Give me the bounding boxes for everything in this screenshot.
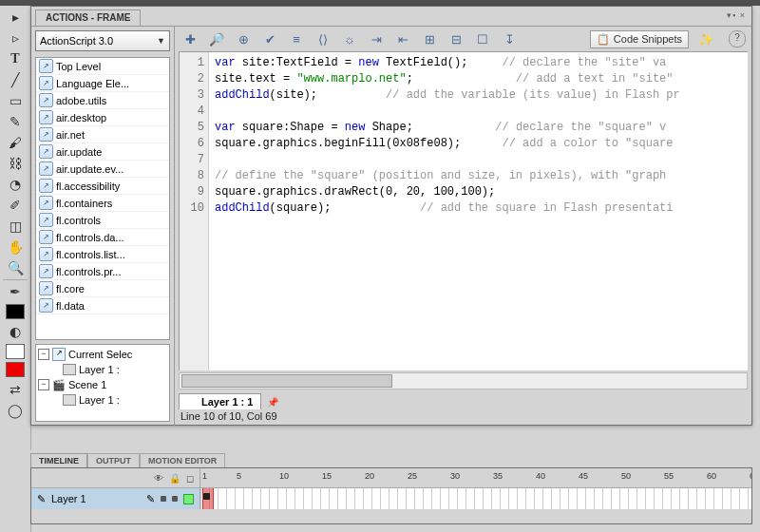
options-icon[interactable]: ☐ bbox=[473, 29, 492, 48]
code-snippets-button[interactable]: 📋Code Snippets bbox=[590, 30, 689, 48]
list-item[interactable]: ↗Top Level bbox=[36, 58, 169, 75]
fill-bucket-icon[interactable]: ◐ bbox=[5, 322, 26, 341]
line-tool-icon[interactable]: ╱ bbox=[5, 70, 26, 89]
tab-timeline[interactable]: TIMELINE bbox=[30, 453, 87, 467]
brush-tool-icon[interactable]: 🖌 bbox=[5, 133, 26, 152]
actionscript-version-dropdown[interactable]: ActionScript 3.0 ▼ bbox=[35, 30, 170, 51]
tab-output[interactable]: OUTPUT bbox=[87, 453, 140, 467]
add-icon[interactable]: ✚ bbox=[180, 29, 200, 48]
list-item[interactable]: ↗fl.containers bbox=[36, 195, 169, 212]
scrollbar-thumb[interactable] bbox=[181, 374, 392, 388]
visible-dot-icon[interactable] bbox=[161, 496, 166, 502]
eraser-tool-icon[interactable]: ◫ bbox=[5, 217, 26, 236]
pin-icon[interactable]: ↧ bbox=[500, 29, 519, 48]
list-item[interactable]: ↗fl.controls bbox=[36, 212, 169, 229]
bone-tool-icon[interactable]: ⛓ bbox=[5, 154, 26, 173]
actions-tab[interactable]: ACTIONS - FRAME bbox=[35, 10, 141, 26]
list-item[interactable]: ↗fl.controls.list... bbox=[36, 246, 169, 263]
package-icon: ↗ bbox=[39, 230, 53, 244]
expand-icon[interactable]: ⇤ bbox=[393, 29, 412, 48]
code-area[interactable]: var site:TextField = new TextField(); //… bbox=[209, 52, 748, 370]
selection-icon: ↗ bbox=[52, 348, 66, 361]
pin-script-icon[interactable]: 📌 bbox=[267, 397, 276, 407]
code-editor[interactable]: 12345678910 var site:TextField = new Tex… bbox=[179, 51, 748, 370]
list-item[interactable]: ↗fl.controls.pr... bbox=[36, 263, 169, 280]
timeline-panel: 👁 🔒 ◻ 1 5 10 15 20 25 30 35 40 45 50 55 … bbox=[30, 467, 752, 524]
package-icon: ↗ bbox=[39, 264, 53, 278]
editor-toolbar: ✚ 🔎 ⊕ ✔ ≡ ⟨⟩ ☼ ⇥ ⇤ ⊞ ⊟ ☐ ↧ 📋Code Snippet… bbox=[175, 27, 751, 51]
package-list[interactable]: ↗Top Level ↗Language Ele... ↗adobe.utils… bbox=[35, 57, 170, 340]
collapse-icon[interactable]: − bbox=[38, 349, 49, 360]
list-item[interactable]: ↗fl.core bbox=[36, 280, 169, 297]
snippets-icon: 📋 bbox=[597, 33, 610, 46]
text-tool-icon[interactable]: T bbox=[5, 49, 26, 68]
hand-tool-icon[interactable]: ✋ bbox=[5, 238, 26, 256]
check-syntax-icon[interactable]: ✔ bbox=[260, 29, 279, 48]
stroke-swatch[interactable] bbox=[6, 304, 25, 319]
timeline-layer[interactable]: ✎ Layer 1 ✎ bbox=[31, 488, 200, 509]
package-icon: ↗ bbox=[39, 247, 53, 261]
layer-icon bbox=[63, 394, 76, 406]
list-item[interactable]: ↗fl.accessibility bbox=[36, 178, 169, 195]
fill-swatch-red[interactable] bbox=[6, 362, 25, 377]
zoom-tool-icon[interactable]: 🔍 bbox=[5, 258, 26, 277]
panel-window-controls[interactable]: ▾▪ × bbox=[727, 10, 746, 20]
package-icon: ↗ bbox=[39, 196, 53, 210]
uncomment-icon[interactable]: ⊟ bbox=[446, 29, 466, 48]
subselect-tool-icon[interactable]: ▹ bbox=[5, 28, 26, 48]
collapse-icon[interactable]: ⇥ bbox=[367, 29, 386, 48]
eye-icon[interactable]: 👁 bbox=[154, 473, 163, 484]
find-icon[interactable]: 🔎 bbox=[207, 29, 226, 48]
target-icon[interactable]: ⊕ bbox=[234, 29, 253, 48]
package-icon: ↗ bbox=[39, 213, 53, 227]
list-item[interactable]: ↗air.update.ev... bbox=[36, 161, 169, 178]
auto-format-icon[interactable]: ≡ bbox=[287, 29, 306, 48]
show-hint-icon[interactable]: ⟨⟩ bbox=[314, 29, 332, 48]
package-icon: ↗ bbox=[39, 298, 53, 313]
layer-icon bbox=[63, 364, 76, 375]
collapse-icon[interactable]: − bbox=[38, 379, 49, 390]
lock-icon[interactable]: 🔒 bbox=[169, 473, 180, 484]
keyframe-icon[interactable] bbox=[203, 493, 210, 500]
wand-icon[interactable]: ✨ bbox=[696, 29, 715, 48]
tab-motion-editor[interactable]: MOTION EDITOR bbox=[140, 453, 225, 467]
package-icon: ↗ bbox=[39, 281, 53, 295]
package-icon: ↗ bbox=[39, 59, 53, 73]
horizontal-scrollbar[interactable] bbox=[179, 372, 748, 390]
package-icon: ↗ bbox=[39, 144, 53, 159]
scene-tree[interactable]: −↗Current Selec Layer 1 : −🎬Scene 1 Laye… bbox=[35, 344, 170, 422]
bucket-tool-icon[interactable]: ◔ bbox=[5, 175, 26, 194]
list-item[interactable]: ↗fl.data bbox=[36, 297, 169, 314]
lock-dot-icon[interactable] bbox=[172, 496, 178, 502]
eyedropper-tool-icon[interactable]: ✐ bbox=[5, 196, 26, 215]
script-tab[interactable]: Layer 1 : 1 bbox=[179, 393, 261, 409]
list-item[interactable]: ↗air.net bbox=[36, 126, 169, 143]
comment-icon[interactable]: ⊞ bbox=[420, 29, 439, 48]
snap-icon[interactable]: ◯ bbox=[5, 401, 26, 420]
list-item[interactable]: ↗Language Ele... bbox=[36, 75, 169, 92]
fill-swatch-white[interactable] bbox=[6, 344, 25, 359]
pencil-tool-icon[interactable]: ✎ bbox=[5, 112, 26, 131]
list-item[interactable]: ↗air.update bbox=[36, 143, 169, 161]
chevron-down-icon: ▼ bbox=[157, 36, 165, 46]
stroke-ink-icon[interactable]: ✒ bbox=[5, 282, 26, 301]
frames-track[interactable] bbox=[200, 488, 751, 509]
status-line: Line 10 of 10, Col 69 bbox=[180, 410, 746, 422]
layer-icon bbox=[187, 398, 198, 407]
list-item[interactable]: ↗fl.controls.da... bbox=[36, 229, 169, 246]
package-icon: ↗ bbox=[39, 76, 53, 90]
package-icon: ↗ bbox=[39, 110, 53, 124]
actions-panel: ▾▪ × ACTIONS - FRAME ActionScript 3.0 ▼ … bbox=[30, 6, 752, 426]
outline-icon[interactable]: ◻ bbox=[186, 473, 194, 484]
list-item[interactable]: ↗adobe.utils bbox=[36, 92, 169, 109]
swap-colors-icon[interactable]: ⇄ bbox=[5, 380, 26, 399]
rect-tool-icon[interactable]: ▭ bbox=[5, 91, 26, 110]
help-icon[interactable]: ? bbox=[729, 30, 746, 48]
frame-ruler[interactable]: 1 5 10 15 20 25 30 35 40 45 50 55 60 65 bbox=[200, 468, 751, 487]
debug-icon[interactable]: ☼ bbox=[340, 29, 359, 48]
outline-color-icon[interactable] bbox=[183, 494, 194, 504]
selection-tool-icon[interactable]: ▸ bbox=[5, 8, 26, 27]
scene-icon: 🎬 bbox=[52, 379, 66, 391]
list-item[interactable]: ↗air.desktop bbox=[36, 109, 169, 126]
line-gutter: 12345678910 bbox=[180, 52, 209, 370]
